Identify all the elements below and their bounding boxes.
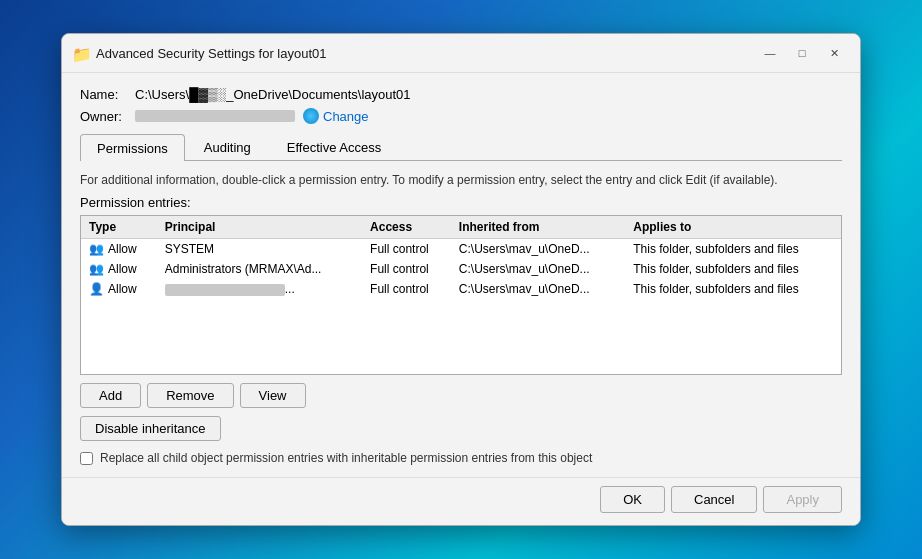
col-header-inherited: Inherited from [451, 216, 625, 239]
maximize-button[interactable]: □ [788, 42, 816, 64]
ok-button[interactable]: OK [600, 486, 665, 513]
cell-type: 👥Allow [81, 259, 157, 279]
disable-inheritance-button[interactable]: Disable inheritance [80, 416, 221, 441]
remove-button[interactable]: Remove [147, 383, 233, 408]
change-label[interactable]: Change [323, 109, 369, 124]
title-bar: 📁 Advanced Security Settings for layout0… [62, 34, 860, 73]
permission-table: Type Principal Access Inherited from App… [81, 216, 841, 299]
cell-access: Full control [362, 259, 451, 279]
name-value: C:\Users\█▓▒░_OneDrive\Documents\layout0… [135, 87, 411, 102]
owner-label: Owner: [80, 109, 135, 124]
tab-auditing[interactable]: Auditing [187, 134, 268, 160]
cell-inherited-from: C:\Users\mav_u\OneD... [451, 239, 625, 260]
replace-checkbox[interactable] [80, 452, 93, 465]
owner-value-redacted [135, 110, 295, 122]
type-text: Allow [108, 262, 137, 276]
apply-button[interactable]: Apply [763, 486, 842, 513]
close-button[interactable]: ✕ [820, 42, 848, 64]
col-header-type: Type [81, 216, 157, 239]
permission-table-container: Type Principal Access Inherited from App… [80, 215, 842, 375]
user-icon: 👤 [89, 282, 104, 296]
cell-type: 👤Allow [81, 279, 157, 299]
cell-inherited-from: C:\Users\mav_u\OneD... [451, 259, 625, 279]
table-row[interactable]: 👥AllowSYSTEMFull controlC:\Users\mav_u\O… [81, 239, 841, 260]
col-header-applies: Applies to [625, 216, 841, 239]
window-title: Advanced Security Settings for layout01 [96, 46, 756, 61]
main-content: Name: C:\Users\█▓▒░_OneDrive\Documents\l… [62, 73, 860, 477]
cell-access: Full control [362, 239, 451, 260]
col-header-access: Access [362, 216, 451, 239]
add-button[interactable]: Add [80, 383, 141, 408]
cell-inherited-from: C:\Users\mav_u\OneD... [451, 279, 625, 299]
info-text: For additional information, double-click… [80, 171, 842, 189]
minimize-button[interactable]: — [756, 42, 784, 64]
tab-effective-access[interactable]: Effective Access [270, 134, 398, 160]
table-row[interactable]: 👤Allow...Full controlC:\Users\mav_u\OneD… [81, 279, 841, 299]
type-text: Allow [108, 282, 137, 296]
cell-principal: SYSTEM [157, 239, 362, 260]
cell-principal: Administrators (MRMAX\Ad... [157, 259, 362, 279]
title-bar-buttons: — □ ✕ [756, 42, 848, 64]
change-link[interactable]: Change [303, 108, 369, 124]
replace-checkbox-row: Replace all child object permission entr… [80, 451, 842, 465]
tab-permissions[interactable]: Permissions [80, 134, 185, 161]
user-group-icon: 👥 [89, 242, 104, 256]
principal-redacted [165, 284, 285, 296]
permission-entries-label: Permission entries: [80, 195, 842, 210]
col-header-principal: Principal [157, 216, 362, 239]
window-icon: 📁 [72, 45, 88, 61]
cell-access: Full control [362, 279, 451, 299]
replace-checkbox-label: Replace all child object permission entr… [100, 451, 592, 465]
name-label: Name: [80, 87, 135, 102]
cell-principal: ... [157, 279, 362, 299]
action-buttons-row: Add Remove View [80, 383, 842, 408]
user-group-icon: 👥 [89, 262, 104, 276]
name-row: Name: C:\Users\█▓▒░_OneDrive\Documents\l… [80, 87, 842, 102]
footer: OK Cancel Apply [62, 477, 860, 525]
owner-row: Owner: Change [80, 108, 842, 124]
change-icon [303, 108, 319, 124]
cell-applies-to: This folder, subfolders and files [625, 239, 841, 260]
cancel-button[interactable]: Cancel [671, 486, 757, 513]
advanced-security-window: 📁 Advanced Security Settings for layout0… [61, 33, 861, 526]
table-header-row: Type Principal Access Inherited from App… [81, 216, 841, 239]
cell-applies-to: This folder, subfolders and files [625, 259, 841, 279]
tabs-bar: Permissions Auditing Effective Access [80, 134, 842, 161]
table-row[interactable]: 👥AllowAdministrators (MRMAX\Ad...Full co… [81, 259, 841, 279]
cell-applies-to: This folder, subfolders and files [625, 279, 841, 299]
view-button[interactable]: View [240, 383, 306, 408]
cell-type: 👥Allow [81, 239, 157, 260]
type-text: Allow [108, 242, 137, 256]
